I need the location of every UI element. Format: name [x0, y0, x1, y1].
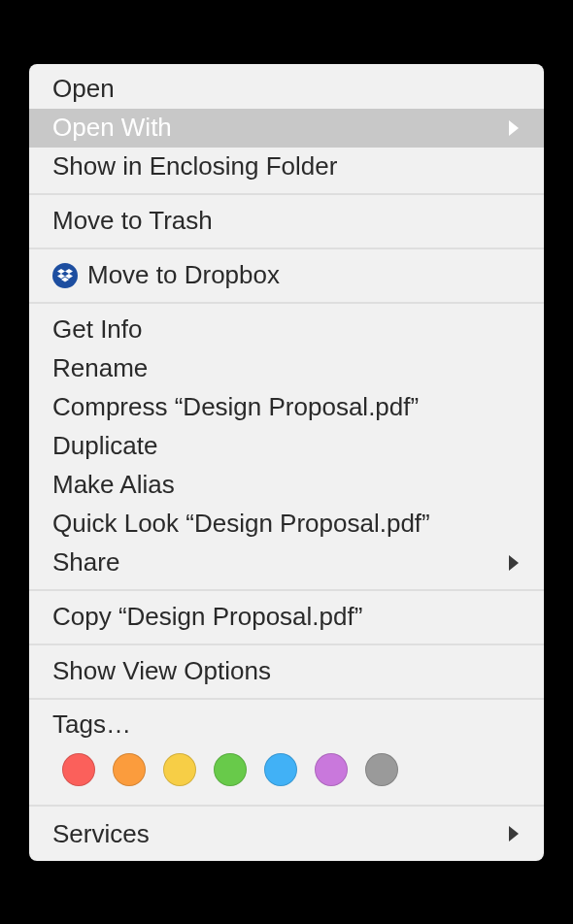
tag-dot-orange[interactable] — [113, 753, 146, 786]
tag-dot-gray[interactable] — [365, 753, 398, 786]
tag-dot-blue[interactable] — [264, 753, 297, 786]
menu-item-label: Quick Look “Design Proposal.pdf” — [52, 509, 521, 539]
menu-item-tags[interactable]: Tags… — [52, 710, 521, 740]
menu-item-label: Share — [52, 547, 507, 578]
menu-item-label: Open — [52, 74, 521, 104]
menu-item-label: Move to Trash — [52, 206, 521, 236]
menu-item-move-to-dropbox[interactable]: Move to Dropbox — [29, 256, 544, 295]
menu-separator — [29, 589, 544, 591]
menu-item-label: Rename — [52, 353, 521, 383]
menu-separator — [29, 698, 544, 700]
menu-separator — [29, 248, 544, 249]
context-menu: Open Open With Show in Enclosing Folder … — [29, 64, 544, 861]
menu-item-label: Get Info — [52, 314, 521, 345]
menu-item-get-info[interactable]: Get Info — [29, 311, 544, 349]
tag-dot-green[interactable] — [214, 753, 247, 786]
menu-item-compress[interactable]: Compress “Design Proposal.pdf” — [29, 388, 544, 427]
tag-dot-purple[interactable] — [315, 753, 348, 786]
menu-item-open-with[interactable]: Open With — [29, 109, 544, 148]
menu-item-label: Compress “Design Proposal.pdf” — [52, 392, 521, 422]
menu-item-rename[interactable]: Rename — [29, 349, 544, 388]
menu-item-show-view-options[interactable]: Show View Options — [29, 652, 544, 691]
menu-item-open[interactable]: Open — [29, 70, 544, 109]
menu-item-label: Show View Options — [52, 656, 521, 686]
menu-separator — [29, 302, 544, 304]
menu-item-show-in-folder[interactable]: Show in Enclosing Folder — [29, 148, 544, 186]
dropbox-icon — [52, 263, 78, 288]
tag-dot-yellow[interactable] — [163, 753, 196, 786]
menu-separator — [29, 644, 544, 645]
menu-item-label: Copy “Design Proposal.pdf” — [52, 602, 521, 632]
menu-item-label: Open With — [52, 113, 507, 143]
menu-item-move-to-trash[interactable]: Move to Trash — [29, 202, 544, 241]
menu-item-copy[interactable]: Copy “Design Proposal.pdf” — [29, 598, 544, 637]
menu-item-share[interactable]: Share — [29, 544, 544, 582]
tags-section: Tags… — [29, 707, 544, 798]
menu-item-duplicate[interactable]: Duplicate — [29, 427, 544, 466]
tag-dot-red[interactable] — [62, 753, 95, 786]
menu-item-services[interactable]: Services — [29, 813, 544, 855]
menu-item-label: Services — [52, 819, 507, 849]
chevron-right-icon — [507, 554, 521, 572]
menu-separator — [29, 193, 544, 195]
menu-item-label: Move to Dropbox — [87, 260, 521, 290]
chevron-right-icon — [507, 119, 521, 137]
menu-separator — [29, 805, 544, 807]
menu-item-label: Show in Enclosing Folder — [52, 151, 521, 182]
tags-row — [52, 753, 521, 786]
menu-item-label: Duplicate — [52, 431, 521, 461]
chevron-right-icon — [507, 825, 521, 842]
menu-item-quick-look[interactable]: Quick Look “Design Proposal.pdf” — [29, 505, 544, 544]
menu-item-make-alias[interactable]: Make Alias — [29, 466, 544, 505]
menu-item-label: Make Alias — [52, 470, 521, 500]
